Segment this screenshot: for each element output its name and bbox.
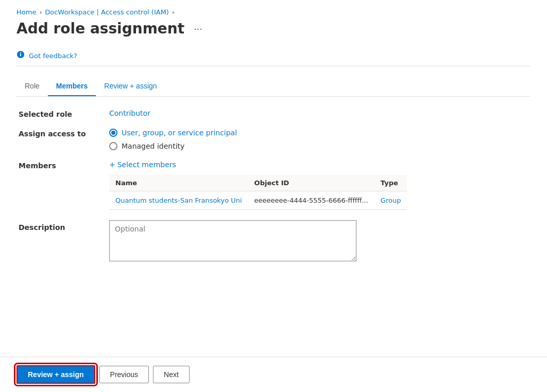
radio-option-user-group[interactable]: User, group, or service principal [109,129,237,137]
members-row: Members + Select members Name Object ID … [19,161,531,210]
breadcrumb-chevron-1: › [39,9,42,16]
radio-group: User, group, or service principal Manage… [109,129,237,150]
previous-button[interactable]: Previous [99,366,149,383]
select-members-link[interactable]: + Select members [109,161,407,169]
next-button[interactable]: Next [153,366,190,383]
col-type: Type [374,175,407,191]
col-object-id: Object ID [248,175,374,191]
selected-role-value: Contributor [109,109,150,117]
radio-managed-identity[interactable] [109,142,117,150]
tabs: Role Members Review + assign [16,77,531,97]
assign-access-row: Assign access to User, group, or service… [19,129,531,150]
breadcrumb-chevron-2: › [172,9,175,16]
member-object-id: eeeeeeee-4444-5555-6666-ffffff... [248,191,374,210]
page-header: Add role assignment ··· [16,20,531,37]
breadcrumb: Home › DocWorkspace | Access control (IA… [16,8,531,16]
tab-members[interactable]: Members [48,77,96,96]
members-section: + Select members Name Object ID Type Qua… [109,161,407,210]
radio-user-group[interactable] [109,129,117,137]
description-row: Description [19,220,531,261]
more-button[interactable]: ··· [191,22,206,35]
footer: Review + assign Previous Next [0,357,547,392]
selected-role-row: Selected role Contributor [19,109,531,118]
member-type: Group [374,191,407,210]
table-row: Quantum students-San Fransokyo Uni eeeee… [109,191,407,210]
feedback-icon [16,50,25,61]
breadcrumb-workspace[interactable]: DocWorkspace | Access control (IAM) [45,8,169,16]
selected-role-label: Selected role [19,109,101,118]
member-name: Quantum students-San Fransokyo Uni [109,191,248,210]
radio-managed-identity-label: Managed identity [122,142,184,150]
select-members-plus: + [109,161,115,169]
assign-access-label: Assign access to [19,129,101,138]
members-label: Members [19,161,101,170]
select-members-text: Select members [117,161,176,169]
page-title: Add role assignment [16,20,184,37]
radio-user-group-label: User, group, or service principal [122,129,237,137]
tab-role[interactable]: Role [16,77,48,96]
feedback-text[interactable]: Got feedback? [29,52,77,60]
feedback-bar: Got feedback? [16,45,531,66]
col-name: Name [109,175,248,191]
form-section: Selected role Contributor Assign access … [16,109,531,261]
members-table: Name Object ID Type Quantum students-San… [109,175,407,210]
description-textarea[interactable] [109,220,356,261]
tab-review[interactable]: Review + assign [96,77,165,96]
review-assign-button[interactable]: Review + assign [16,365,95,384]
radio-option-managed-identity[interactable]: Managed identity [109,142,237,150]
description-label: Description [19,220,101,231]
breadcrumb-home[interactable]: Home [16,8,36,16]
